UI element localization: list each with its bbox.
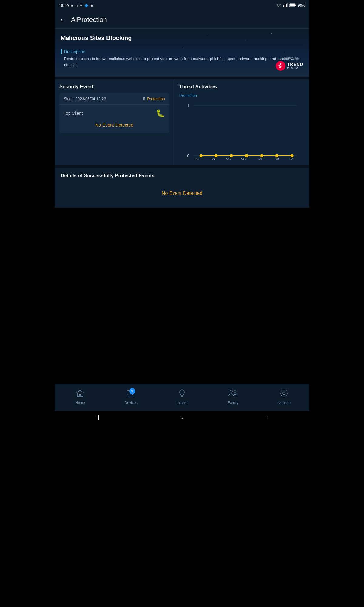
protection-badge: 0 Protection <box>143 96 165 101</box>
protection-count: 0 <box>143 96 145 101</box>
threat-chart: 1 0 5/3 5/4 <box>179 100 305 160</box>
battery-icon <box>289 3 296 8</box>
devices-label: Devices <box>125 401 138 405</box>
bug-icon: 🐛 <box>156 109 165 117</box>
section-divider-2 <box>55 165 309 168</box>
home-icon <box>76 389 84 399</box>
trend-name-stack: TREND MICRO <box>287 62 303 70</box>
data-point-4 <box>260 154 263 157</box>
black-area <box>55 208 309 384</box>
status-time: 15:40 <box>59 3 69 8</box>
data-point-0 <box>199 154 202 157</box>
bottom-nav: Home 3 Devices Insight <box>55 384 309 411</box>
event-since-row: Since 2023/05/04 12:23 0 Protection <box>59 93 169 105</box>
trend-circle-icon <box>276 61 285 71</box>
family-label: Family <box>228 401 238 405</box>
svg-rect-2 <box>286 4 287 7</box>
x-label-6: 5/9 <box>290 157 294 160</box>
back-button[interactable]: ← <box>59 16 66 24</box>
details-no-event: No Event Detected <box>61 185 303 202</box>
trend-sub: MICRO <box>287 67 303 70</box>
x-label-3: 5/6 <box>241 157 246 160</box>
y-max-label: 1 <box>187 104 189 108</box>
details-title: Details of Successfully Protected Events <box>61 173 303 178</box>
trend-logo-badge: TREND MICRO <box>276 61 303 71</box>
chart-container: 1 0 5/3 5/4 <box>179 100 305 160</box>
top-client-label: Top Client <box>64 111 83 116</box>
top-client-row: Top Client 🐛 <box>64 109 165 117</box>
event-card: Since 2023/05/04 12:23 0 Protection Top … <box>59 93 169 133</box>
x-label-2: 5/5 <box>226 157 231 160</box>
devices-badge: 3 <box>129 388 135 394</box>
sys-nav-menu[interactable]: ||| <box>95 415 99 420</box>
insight-label: Insight <box>177 401 187 405</box>
y-min-label: 0 <box>187 154 189 158</box>
trend-name: TREND <box>287 62 303 67</box>
data-point-1 <box>214 154 217 157</box>
svg-point-14 <box>234 391 236 392</box>
data-point-6 <box>290 154 293 157</box>
home-label: Home <box>75 401 85 405</box>
hero-section: Malicious Sites Blocking Description Res… <box>55 29 309 77</box>
x-label-0: 5/3 <box>196 157 200 160</box>
protection-label: Protection <box>147 97 165 101</box>
top-client-area: Top Client 🐛 No Event Detected <box>59 105 169 133</box>
nav-item-insight[interactable]: Insight <box>157 389 207 405</box>
svg-point-13 <box>230 390 232 392</box>
status-left: 15:40 ⊕ ◻ M 🔷 ⊞ <box>59 3 93 8</box>
nav-item-devices[interactable]: 3 Devices <box>106 389 157 405</box>
battery-percent: 99% <box>298 3 305 8</box>
details-section: Details of Successfully Protected Events… <box>55 168 309 208</box>
svg-rect-5 <box>290 4 295 6</box>
notify-icon-3: M <box>80 4 83 7</box>
page-title: AiProtection <box>71 16 107 24</box>
settings-icon <box>280 389 288 400</box>
nav-item-settings[interactable]: Settings <box>258 389 309 405</box>
top-nav: ← AiProtection <box>55 11 309 29</box>
since-date: 2023/05/04 12:23 <box>76 97 106 101</box>
insight-icon <box>178 389 186 400</box>
x-label-4: 5/7 <box>258 157 262 160</box>
section-divider-1 <box>55 77 309 79</box>
security-event-title: Security Event <box>59 84 169 90</box>
x-label-5: 5/8 <box>275 157 279 160</box>
wifi-icon <box>276 3 281 8</box>
two-col-section: Security Event Since 2023/05/04 12:23 0 … <box>55 79 309 165</box>
system-nav: ||| ○ ﹤ <box>55 411 309 424</box>
svg-rect-1 <box>285 5 285 7</box>
svg-rect-0 <box>283 5 284 7</box>
family-icon <box>228 389 238 399</box>
hero-title: Malicious Sites Blocking <box>61 35 303 45</box>
data-point-2 <box>230 154 233 157</box>
sys-nav-back[interactable]: ﹤ <box>265 415 269 420</box>
svg-point-15 <box>283 392 285 395</box>
trend-micro-logo: Powered by TREND MICRO <box>276 56 303 71</box>
powered-by-label: Powered by <box>281 56 298 60</box>
svg-rect-6 <box>295 4 296 6</box>
notify-icon-2: ◻ <box>75 4 78 8</box>
notify-icon-1: ⊕ <box>71 4 73 8</box>
description-text: Restrict access to known malicious websi… <box>61 56 303 68</box>
data-point-5 <box>275 154 278 157</box>
nav-item-home[interactable]: Home <box>55 389 106 405</box>
settings-label: Settings <box>277 401 290 405</box>
status-right: 99% <box>276 3 305 8</box>
status-bar: 15:40 ⊕ ◻ M 🔷 ⊞ <box>55 0 309 11</box>
no-event-text: No Event Detected <box>64 120 165 129</box>
since-label: Since <box>64 97 74 101</box>
threat-activities-title: Threat Activities <box>179 84 305 90</box>
chart-area: Protection 1 0 <box>179 93 305 160</box>
notify-icon-5: ⊞ <box>90 4 93 8</box>
data-point-3 <box>245 154 248 157</box>
chart-legend: Protection <box>179 93 305 98</box>
description-label: Description <box>61 49 303 54</box>
sys-nav-home[interactable]: ○ <box>180 415 183 420</box>
security-event-panel: Security Event Since 2023/05/04 12:23 0 … <box>55 79 174 165</box>
svg-rect-3 <box>287 3 288 7</box>
x-label-1: 5/4 <box>211 157 215 160</box>
notify-icon-4: 🔷 <box>84 4 89 8</box>
threat-activities-panel: Threat Activities Protection 1 0 <box>174 79 309 165</box>
nav-item-family[interactable]: Family <box>207 389 258 405</box>
signal-icon <box>283 3 288 8</box>
